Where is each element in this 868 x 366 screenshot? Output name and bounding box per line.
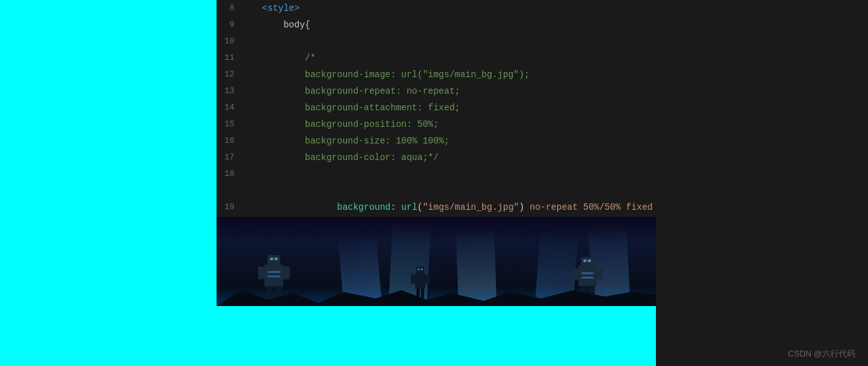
line-num-19: 19 [217, 199, 241, 216]
code-line-11: 11 /* [217, 50, 656, 66]
line-num-11: 11 [217, 50, 241, 66]
svg-rect-17 [421, 268, 423, 270]
line-content-13: background-repeat: no-repeat; [241, 83, 656, 99]
code-line-10: 10 [217, 33, 656, 50]
code-line-16: 16 background-size: 100% 100%; [217, 133, 656, 149]
line-num-16: 16 [217, 133, 241, 149]
svg-rect-4 [258, 267, 264, 279]
svg-rect-21 [597, 268, 603, 280]
code-editor: 8 <style> 9 body{ 10 11 /* 12 background… [217, 0, 656, 217]
line-content-11: /* [241, 50, 656, 66]
line-num-8: 8 [217, 0, 241, 17]
svg-rect-16 [418, 268, 420, 270]
svg-rect-19 [581, 257, 594, 267]
line-num-17: 17 [217, 149, 241, 166]
line-content-8: <style> [241, 0, 656, 17]
line-content-19: background: url("imgs/main_bg.jpg") no-r… [241, 182, 656, 217]
line-content-14: background-attachment: fixed; [241, 99, 656, 116]
code-line-18: 18 [217, 166, 656, 182]
code-line-17: 17 background-color: aqua;*/ [217, 149, 656, 166]
code-line-12: 12 background-image: url("imgs/main_bg.j… [217, 66, 656, 83]
left-cyan-panel [0, 0, 217, 366]
svg-rect-5 [283, 267, 290, 279]
bottom-cyan-panel [217, 306, 656, 366]
svg-rect-3 [274, 258, 278, 260]
line-num-9: 9 [217, 17, 241, 33]
line-num-14: 14 [217, 99, 241, 116]
svg-rect-8 [267, 271, 280, 273]
svg-rect-27 [581, 277, 594, 279]
line-content-12: background-image: url("imgs/main_bg.jpg"… [241, 66, 656, 83]
line-num-13: 13 [217, 83, 241, 99]
line-num-10: 10 [217, 33, 241, 50]
scene-container [217, 217, 656, 306]
line-content-16: background-size: 100% 100%; [241, 133, 656, 149]
line-num-15: 15 [217, 116, 241, 133]
line-num-12: 12 [217, 66, 241, 83]
line-num-18: 18 [217, 166, 241, 182]
svg-marker-28 [217, 290, 656, 306]
svg-rect-2 [270, 258, 273, 260]
watermark: CSDN @六行代码 [788, 348, 855, 360]
code-line-15: 15 background-position: 50%; [217, 116, 656, 133]
svg-rect-24 [583, 260, 587, 262]
svg-rect-9 [267, 275, 280, 277]
right-dark-panel: 把注释掉的属性全部简写 格式如下： 有两个属性都需要设置数字 为方便浏览器辨认，… [656, 0, 868, 366]
code-line-13: 13 background-repeat: no-repeat; [217, 83, 656, 99]
code-line-8: 8 <style> [217, 0, 656, 17]
line-content-15: background-position: 50%; [241, 116, 656, 133]
svg-rect-26 [581, 272, 594, 274]
watermark-text: CSDN @六行代码 [788, 349, 855, 358]
svg-rect-25 [588, 260, 591, 262]
line-content-17: background-color: aqua;*/ [241, 149, 656, 166]
line-content-9: body{ [241, 17, 656, 33]
code-line-9: 9 body{ [217, 17, 656, 33]
svg-rect-1 [267, 255, 280, 267]
code-line-19: 19 background: url("imgs/main_bg.jpg") n… [217, 182, 656, 217]
code-line-14: 14 background-attachment: fixed; [217, 99, 656, 116]
svg-rect-20 [572, 268, 578, 280]
preview-area [217, 217, 656, 306]
svg-rect-11 [416, 267, 424, 274]
